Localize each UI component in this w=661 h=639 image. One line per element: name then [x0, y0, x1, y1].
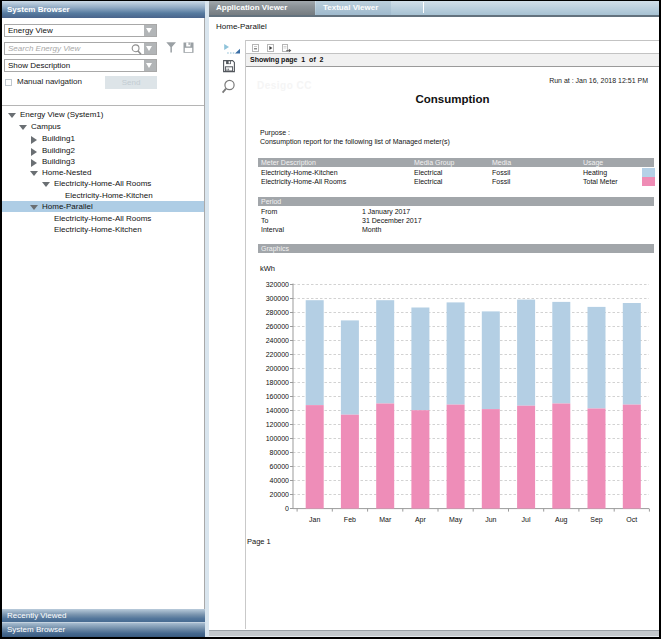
svg-text:Mar: Mar: [379, 516, 392, 523]
svg-text:Sep: Sep: [590, 516, 603, 524]
svg-text:160000: 160000: [266, 393, 289, 400]
svg-text:220000: 220000: [266, 351, 289, 358]
svg-text:Feb: Feb: [344, 516, 356, 523]
svg-text:Jul: Jul: [522, 516, 531, 523]
svg-text:260000: 260000: [266, 323, 289, 330]
svg-text:May: May: [449, 516, 463, 524]
svg-text:320000: 320000: [266, 281, 289, 288]
svg-text:Jan: Jan: [309, 516, 320, 523]
svg-text:300000: 300000: [266, 295, 289, 302]
svg-text:120000: 120000: [266, 421, 289, 428]
svg-text:280000: 280000: [266, 309, 289, 316]
svg-text:Oct: Oct: [626, 516, 637, 523]
svg-text:Jun: Jun: [485, 516, 496, 523]
svg-text:Aug: Aug: [555, 516, 568, 524]
svg-text:Apr: Apr: [415, 516, 427, 524]
svg-text:240000: 240000: [266, 337, 289, 344]
svg-text:40000: 40000: [270, 477, 290, 484]
svg-text:60000: 60000: [270, 463, 290, 470]
svg-text:0: 0: [285, 505, 289, 512]
svg-text:100000: 100000: [266, 435, 289, 442]
svg-text:140000: 140000: [266, 407, 289, 414]
svg-text:20000: 20000: [270, 491, 290, 498]
svg-text:180000: 180000: [266, 379, 289, 386]
svg-text:200000: 200000: [266, 365, 289, 372]
svg-text:80000: 80000: [270, 449, 290, 456]
